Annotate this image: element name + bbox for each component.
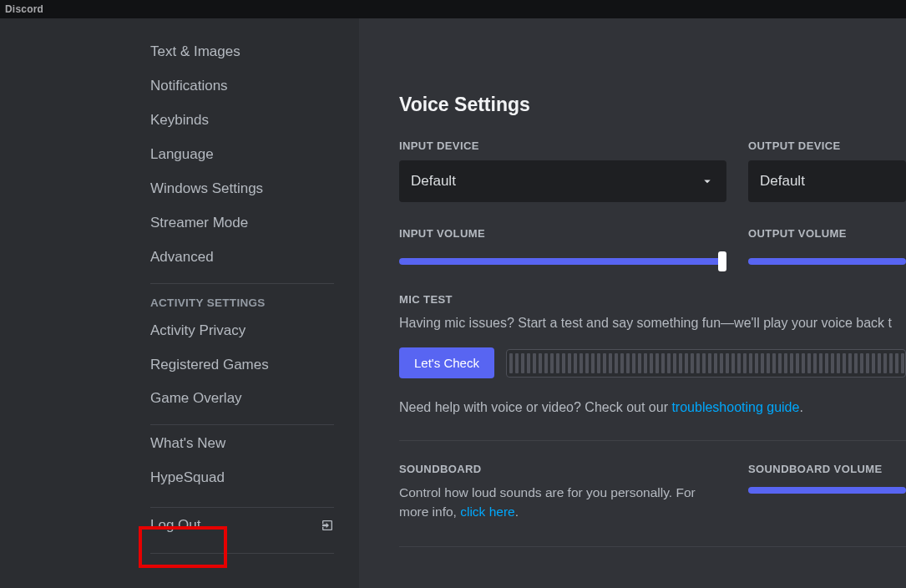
sidebar-item-keybinds[interactable]: Keybinds (150, 104, 359, 138)
mic-level-meter (506, 349, 906, 378)
divider (150, 283, 334, 284)
sidebar-item-hypesquad[interactable]: HypeSquad (150, 461, 359, 495)
troubleshooting-link[interactable]: troubleshooting guide (671, 400, 799, 414)
divider (399, 546, 906, 547)
soundboard-label: SOUNDBOARD (399, 463, 726, 475)
sidebar: Text & Images Notifications Keybinds Lan… (150, 18, 359, 588)
soundboard-volume-label: SOUNDBOARD VOLUME (748, 463, 906, 475)
input-volume-label: INPUT VOLUME (399, 227, 726, 240)
page-title: Voice Settings (399, 94, 906, 116)
sidebar-item-language[interactable]: Language (150, 138, 359, 172)
output-volume-label: OUTPUT VOLUME (748, 227, 906, 240)
soundboard-description: Control how loud sounds are for you pers… (399, 484, 716, 521)
sidebar-item-text-images[interactable]: Text & Images (150, 35, 359, 69)
chevron-down-icon (700, 174, 715, 189)
logout-icon (321, 519, 334, 532)
slider-handle[interactable] (718, 251, 726, 271)
content: Voice Settings INPUT DEVICE Default OUTP… (359, 18, 906, 588)
input-device-label: INPUT DEVICE (399, 139, 726, 152)
activity-settings-header: ACTIVITY SETTINGS (150, 286, 359, 314)
logout-button[interactable]: Log Out (150, 508, 359, 543)
mic-test-description: Having mic issues? Start a test and say … (399, 314, 906, 332)
output-volume-slider[interactable] (748, 258, 906, 265)
sidebar-item-streamer-mode[interactable]: Streamer Mode (150, 206, 359, 241)
input-device-select[interactable]: Default (399, 160, 726, 202)
sidebar-item-advanced[interactable]: Advanced (150, 241, 359, 275)
input-device-value: Default (411, 173, 456, 190)
soundboard-info-link[interactable]: click here (460, 504, 514, 519)
titlebar: Discord (0, 0, 906, 18)
sidebar-item-notifications[interactable]: Notifications (150, 69, 359, 104)
sidebar-item-game-overlay[interactable]: Game Overlay (150, 382, 359, 416)
sidebar-item-activity-privacy[interactable]: Activity Privacy (150, 314, 359, 348)
lets-check-button[interactable]: Let's Check (399, 347, 494, 378)
help-text: Need help with voice or video? Check out… (399, 400, 906, 415)
output-device-select[interactable]: Default (748, 160, 906, 202)
input-volume-slider[interactable] (399, 258, 726, 265)
mic-test-label: MIC TEST (399, 293, 906, 306)
logout-label: Log Out (150, 517, 201, 534)
output-device-label: OUTPUT DEVICE (748, 139, 906, 152)
sidebar-item-windows-settings[interactable]: Windows Settings (150, 172, 359, 206)
soundboard-volume-slider[interactable] (748, 487, 906, 494)
sidebar-item-whats-new[interactable]: What's New (150, 427, 359, 461)
divider (399, 440, 906, 441)
sidebar-item-registered-games[interactable]: Registered Games (150, 348, 359, 383)
output-device-value: Default (760, 173, 805, 190)
app-name: Discord (5, 3, 43, 15)
divider (150, 553, 334, 554)
divider (150, 424, 334, 425)
